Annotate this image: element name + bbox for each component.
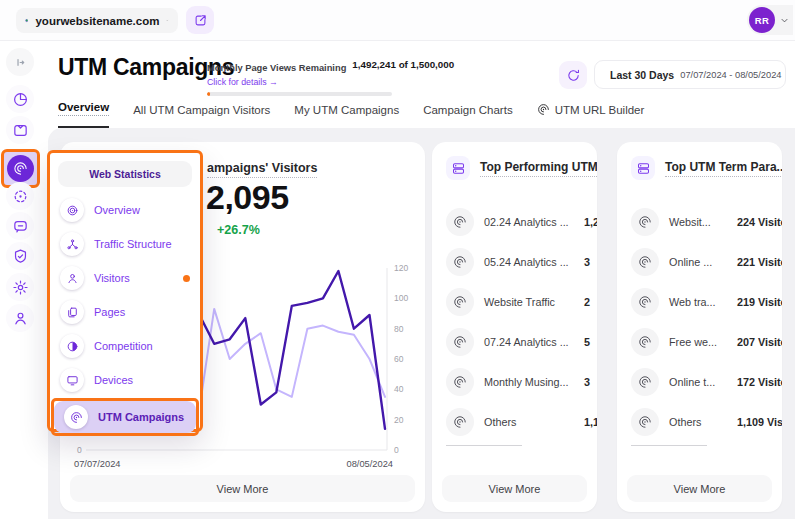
monitor-icon: [60, 368, 84, 392]
list-item[interactable]: Online ...221 Visitors: [631, 242, 782, 282]
sidebar-item-expand-sidebar[interactable]: [6, 48, 34, 76]
site-selector[interactable]: yourwebsitename.com: [16, 8, 178, 33]
list-item[interactable]: Website Traffic2: [446, 282, 597, 322]
tab-overview[interactable]: Overview: [58, 100, 109, 128]
list-item[interactable]: Web tra...219 Visitors: [631, 282, 782, 322]
top-performing-utm-card: Top Performing UTM ...02.24 Analytics ..…: [432, 142, 597, 512]
item-value: 1,109 Visitors: [737, 416, 782, 428]
site-favicon-icon: [25, 13, 28, 28]
date-range-picker[interactable]: Last 30 Days 07/07/2024 - 08/05/2024: [594, 60, 786, 89]
svg-text:0: 0: [394, 445, 399, 455]
top-utm-term-card: Top UTM Term Para...Websit...224 Visitor…: [617, 142, 782, 512]
tab-label: My UTM Campaigns: [294, 104, 399, 116]
item-value: 207 Visitors: [737, 336, 782, 348]
usage-details-link[interactable]: Click for details →: [207, 77, 346, 87]
item-name: 05.24 Analytics ...: [484, 256, 569, 268]
spiral-icon: [631, 288, 659, 316]
user-menu[interactable]: RR: [747, 5, 793, 35]
item-name: Online ...: [669, 256, 712, 268]
menu-item-pages[interactable]: Pages: [50, 295, 200, 329]
tab-label: UTM URL Builder: [555, 104, 645, 116]
sidebar-item-settings[interactable]: [6, 273, 34, 301]
item-value: 219 Visitors: [737, 296, 782, 308]
chart-delta-badge: +26.7%: [217, 223, 260, 237]
card-title: Top UTM Term Para...: [665, 160, 782, 177]
item-name: Monthly Musing...: [484, 376, 569, 388]
spiral-icon: [631, 328, 659, 356]
menu-item-visitors[interactable]: Visitors: [50, 261, 200, 295]
tab-all-utm-campaign-visitors[interactable]: All UTM Campaign Visitors: [133, 100, 270, 128]
tab-my-utm-campaigns[interactable]: My UTM Campaigns: [294, 100, 399, 128]
spiral-icon: [446, 328, 474, 356]
menu-item-label: Overview: [94, 204, 140, 216]
item-name: Others: [484, 416, 516, 428]
menu-item-label: UTM Campaigns: [98, 411, 184, 423]
item-value: 3: [584, 376, 590, 388]
divider: [446, 445, 522, 446]
pie-icon: [12, 91, 29, 108]
item-value: 224 Visitors: [737, 216, 782, 228]
item-name: Online t...: [669, 376, 715, 388]
topbar: yourwebsitename.com RR: [0, 0, 795, 41]
menu-item-utm-campaigns[interactable]: UTM Campaigns: [54, 401, 196, 433]
menu-header: Web Statistics: [58, 161, 192, 187]
sidebar-item-messages[interactable]: [6, 212, 34, 240]
list-item[interactable]: Online t...172 Visitors: [631, 362, 782, 402]
list-item[interactable]: 07.24 Analytics ...5: [446, 322, 597, 362]
panel-expand-icon: [12, 54, 29, 71]
svg-text:0: 0: [77, 445, 82, 455]
sidebar-item-tracking[interactable]: [6, 182, 34, 210]
menu-item-competition[interactable]: Competition: [50, 329, 200, 363]
annotation-box-menu-item: UTM Campaigns: [51, 398, 199, 436]
pages-icon: [60, 300, 84, 324]
refresh-button[interactable]: [559, 61, 587, 89]
item-value: 5: [584, 336, 590, 348]
person-icon: [60, 266, 84, 290]
list-item[interactable]: Others1,109 Visitors: [631, 402, 782, 442]
view-more-button[interactable]: View More: [627, 475, 772, 502]
spiral-icon: [631, 368, 659, 396]
list-item[interactable]: 02.24 Analytics ...1,2: [446, 202, 597, 242]
menu-item-devices[interactable]: Devices: [50, 363, 200, 397]
svg-text:20: 20: [394, 415, 404, 425]
spiral-icon: [631, 248, 659, 276]
sidebar-item-security[interactable]: [6, 242, 34, 270]
tab-bar: OverviewAll UTM Campaign VisitorsMy UTM …: [58, 100, 644, 128]
divider: [631, 445, 707, 446]
spiral-icon: [631, 208, 659, 236]
menu-item-traffic-structure[interactable]: Traffic Structure: [50, 227, 200, 261]
list-item[interactable]: Monthly Musing...3: [446, 362, 597, 402]
list-item[interactable]: 05.24 Analytics ...3: [446, 242, 597, 282]
tab-utm-url-builder[interactable]: UTM URL Builder: [537, 100, 645, 128]
menu-item-overview[interactable]: Overview: [50, 193, 200, 227]
item-value: 3: [584, 256, 590, 268]
target-icon: [60, 198, 84, 222]
mail-icon: [12, 122, 29, 139]
spiral-icon: [446, 288, 474, 316]
spiral-icon: [446, 408, 474, 436]
sidebar-item-analytics[interactable]: [6, 85, 34, 113]
card-title: Top Performing UTM ...: [480, 160, 597, 177]
menu-item-label: Traffic Structure: [94, 238, 172, 250]
svg-text:60: 60: [394, 354, 404, 364]
network-icon: [60, 232, 84, 256]
chart-view-more-button[interactable]: View More: [70, 475, 415, 502]
svg-text:100: 100: [394, 293, 408, 303]
scan-icon: [12, 188, 29, 205]
tab-campaign-charts[interactable]: Campaign Charts: [423, 100, 512, 128]
list-item[interactable]: Websit...224 Visitors: [631, 202, 782, 242]
site-name: yourwebsitename.com: [35, 15, 159, 27]
external-link-icon: [193, 13, 208, 28]
sidebar-item-inbox[interactable]: [6, 116, 34, 144]
list-item[interactable]: Others1,1: [446, 402, 597, 442]
gear-icon: [12, 279, 29, 296]
spiral-icon: [13, 161, 28, 176]
sidebar-item-account[interactable]: [6, 304, 34, 332]
sidebar-item-utm-campaigns[interactable]: [7, 155, 34, 182]
view-more-button[interactable]: View More: [442, 475, 587, 502]
list-item[interactable]: Free we...207 Visitors: [631, 322, 782, 362]
item-name: Others: [669, 416, 701, 428]
menu-item-label: Devices: [94, 374, 133, 386]
open-site-button[interactable]: [186, 6, 214, 34]
notification-dot: [183, 275, 190, 282]
